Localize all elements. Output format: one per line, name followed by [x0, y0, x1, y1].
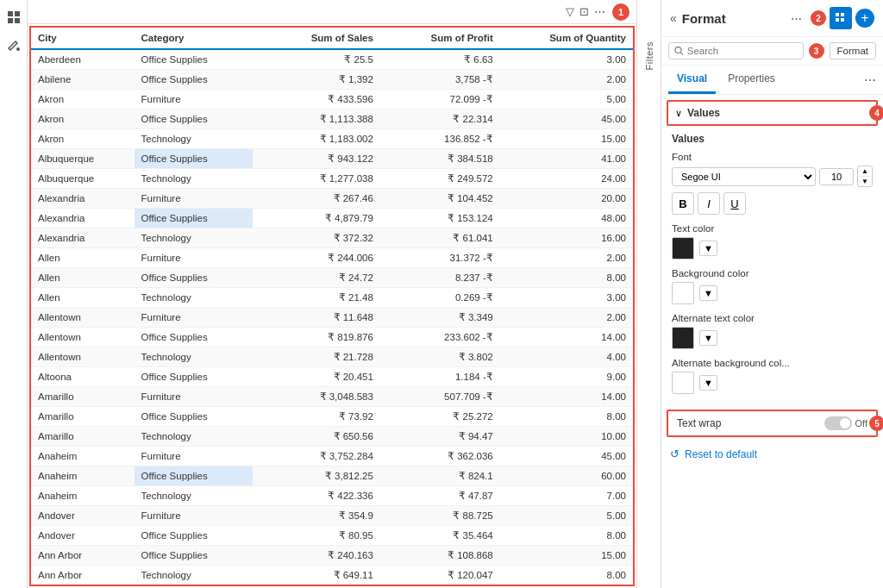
alt-text-color-swatch[interactable]	[672, 327, 694, 349]
stepper-down[interactable]: ▼	[858, 177, 872, 186]
text-color-swatch[interactable]	[672, 237, 694, 260]
filters-label[interactable]: Filters	[644, 34, 654, 77]
font-family-select[interactable]: Segoe UI	[672, 167, 816, 186]
search-input[interactable]	[687, 46, 798, 56]
cell-8-1: Office Supplies	[135, 209, 253, 228]
filters-strip[interactable]: Filters	[636, 0, 661, 588]
cell-13-3: ₹ 3.349	[380, 308, 500, 328]
cell-5-4: 41.00	[500, 149, 633, 169]
format-panel: « Format ⋯ 2 + 3 F	[661, 0, 883, 588]
values-inner: Values Font Segoe UI ▲ ▼ B I U Text colo…	[661, 126, 883, 410]
cell-1-3: 3,758 -₹	[380, 70, 500, 90]
alt-bg-color-dropdown[interactable]: ▼	[699, 375, 717, 391]
cell-9-4: 16.00	[500, 228, 633, 248]
table-wrapper[interactable]: City Category Sum of Sales Sum of Profit…	[29, 26, 635, 586]
cell-16-0: Altoona	[31, 367, 135, 387]
text-wrap-toggle[interactable]: Off	[824, 416, 867, 430]
cell-18-4: 8.00	[500, 407, 633, 427]
panel-header-right: ⋯ 2 +	[785, 7, 874, 29]
cell-8-3: ₹ 153.124	[380, 209, 500, 228]
table-row: AkronOffice Supplies₹ 1,113.388₹ 22.3144…	[31, 109, 633, 129]
cell-14-1: Office Supplies	[135, 328, 253, 347]
alt-text-color-dropdown[interactable]: ▼	[699, 330, 717, 346]
cell-1-2: ₹ 1,392	[253, 70, 380, 90]
grid-icon[interactable]	[3, 7, 24, 28]
cell-16-4: 9.00	[500, 367, 633, 387]
expand-icon[interactable]: ⊡	[579, 5, 589, 18]
alt-bg-color-swatch[interactable]	[672, 372, 694, 394]
font-size-input[interactable]	[819, 168, 854, 185]
add-btn[interactable]: +	[855, 9, 874, 28]
cell-7-1: Furniture	[135, 189, 253, 209]
table-row: AlbuquerqueOffice Supplies₹ 943.122₹ 384…	[31, 149, 633, 169]
svg-point-9	[675, 47, 681, 53]
table-row: AmarilloFurniture₹ 3,048.583507.709 -₹14…	[31, 387, 633, 407]
table-row: AlexandriaFurniture₹ 267.46₹ 104.45220.0…	[31, 189, 633, 209]
toggle-thumb	[840, 418, 850, 428]
cell-26-1: Technology	[135, 566, 253, 585]
cell-8-4: 48.00	[500, 209, 633, 228]
cell-2-2: ₹ 433.596	[253, 90, 380, 109]
bold-btn[interactable]: B	[672, 192, 694, 215]
filter-icon[interactable]: ▽	[566, 5, 574, 18]
cell-25-0: Ann Arbor	[31, 546, 135, 566]
cell-25-4: 15.00	[500, 546, 633, 566]
cell-10-2: ₹ 244.006	[253, 248, 380, 268]
reset-row[interactable]: ↺ Reset to default	[661, 442, 883, 466]
cell-14-0: Allentown	[31, 328, 135, 347]
more-panel-btn[interactable]: ⋯	[785, 7, 807, 29]
table-row: AlexandriaOffice Supplies₹ 4,879.79₹ 153…	[31, 209, 633, 228]
toggle-track[interactable]	[824, 416, 852, 430]
tab-more-icon[interactable]: ⋯	[864, 73, 876, 87]
paint-icon[interactable]	[3, 34, 24, 55]
cell-19-1: Technology	[135, 427, 253, 447]
col-city: City	[31, 28, 135, 49]
cell-2-1: Furniture	[135, 90, 253, 109]
values-section-header[interactable]: ∨ Values 4	[667, 100, 878, 126]
bg-color-swatch[interactable]	[672, 282, 694, 304]
underline-btn[interactable]: U	[723, 192, 746, 215]
table-row: AndoverFurniture₹ 354.9₹ 88.7255.00	[31, 506, 633, 526]
cell-3-4: 45.00	[500, 109, 633, 129]
cell-12-2: ₹ 21.48	[253, 288, 380, 308]
cell-0-0: Aberdeen	[31, 49, 135, 70]
table-row: AlbuquerqueTechnology₹ 1,277.038₹ 249.57…	[31, 169, 633, 189]
svg-rect-5	[836, 13, 839, 16]
badge-3: 3	[809, 43, 824, 59]
toggle-off-label: Off	[855, 418, 867, 428]
cell-16-1: Office Supplies	[135, 367, 253, 387]
cell-3-0: Akron	[31, 109, 135, 129]
format-search-btn[interactable]: Format	[830, 42, 876, 59]
format-visual-btn[interactable]	[830, 7, 852, 29]
cell-12-4: 3.00	[500, 288, 633, 308]
cell-5-3: ₹ 384.518	[380, 149, 500, 169]
font-size-stepper[interactable]: ▲ ▼	[857, 166, 873, 187]
cell-12-3: 0.269 -₹	[380, 288, 500, 308]
left-sidebar	[0, 0, 28, 588]
table-row: AllenTechnology₹ 21.480.269 -₹3.00	[31, 288, 633, 308]
text-color-dropdown[interactable]: ▼	[699, 241, 717, 256]
cell-21-2: ₹ 3,812.25	[253, 466, 380, 486]
cell-21-3: ₹ 824.1	[380, 466, 500, 486]
badge-2: 2	[811, 10, 826, 26]
cell-24-4: 8.00	[500, 526, 633, 546]
cell-23-3: ₹ 88.725	[380, 506, 500, 526]
more-icon[interactable]: ⋯	[594, 5, 605, 18]
cell-0-1: Office Supplies	[135, 49, 253, 70]
tab-visual[interactable]: Visual	[668, 66, 716, 94]
back-icon[interactable]: «	[670, 11, 677, 25]
cell-7-3: ₹ 104.452	[380, 189, 500, 209]
cell-5-0: Albuquerque	[31, 149, 135, 169]
table-row: AberdeenOffice Supplies₹ 25.5₹ 6.633.00	[31, 49, 633, 70]
font-row: Segoe UI ▲ ▼	[672, 166, 873, 187]
panel-tabs: Visual Properties ⋯	[661, 66, 883, 95]
cell-18-1: Office Supplies	[135, 407, 253, 427]
cell-9-0: Alexandria	[31, 228, 135, 248]
stepper-up[interactable]: ▲	[858, 166, 872, 177]
italic-btn[interactable]: I	[698, 192, 720, 215]
bg-color-dropdown[interactable]: ▼	[699, 285, 717, 301]
cell-21-0: Anaheim	[31, 466, 135, 486]
text-wrap-label: Text wrap	[677, 417, 721, 429]
svg-rect-3	[15, 18, 20, 23]
tab-properties[interactable]: Properties	[719, 66, 784, 94]
